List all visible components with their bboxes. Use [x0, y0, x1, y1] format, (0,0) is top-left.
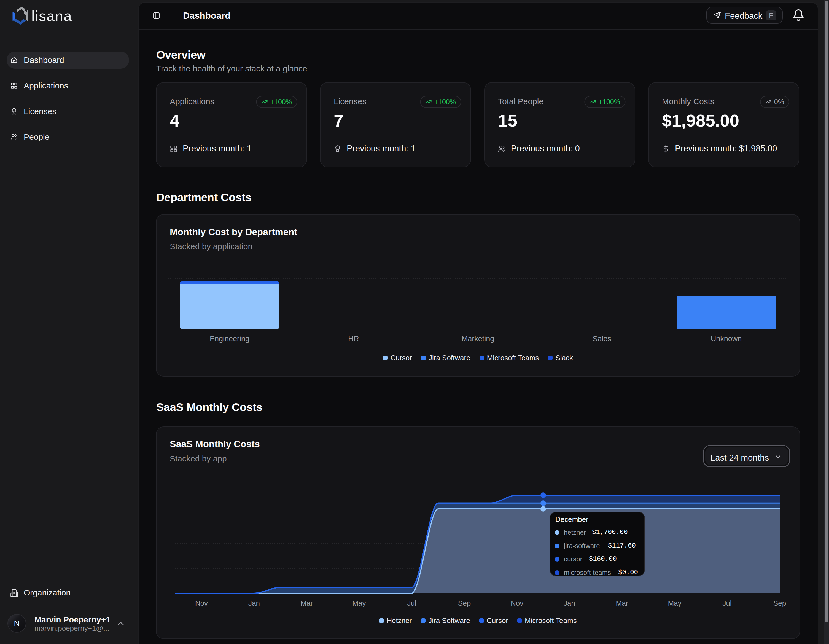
svg-text:Jan: Jan	[248, 599, 260, 607]
svg-text:Sep: Sep	[458, 599, 471, 607]
svg-text:Nov: Nov	[511, 599, 523, 607]
svg-text:May: May	[352, 599, 366, 607]
svg-text:Mar: Mar	[301, 599, 313, 607]
svg-text:Jul: Jul	[722, 599, 731, 607]
svg-text:Jul: Jul	[407, 599, 416, 607]
svg-text:May: May	[668, 599, 681, 607]
svg-text:Mar: Mar	[616, 599, 628, 607]
svg-text:Sep: Sep	[773, 599, 786, 607]
svg-text:HR: HR	[348, 335, 359, 343]
svg-text:Nov: Nov	[195, 599, 208, 607]
svg-text:Unknown: Unknown	[711, 335, 742, 343]
svg-text:Jan: Jan	[564, 599, 575, 607]
svg-text:Engineering: Engineering	[210, 335, 249, 343]
svg-text:Marketing: Marketing	[462, 335, 495, 343]
svg-text:Sales: Sales	[593, 335, 611, 343]
